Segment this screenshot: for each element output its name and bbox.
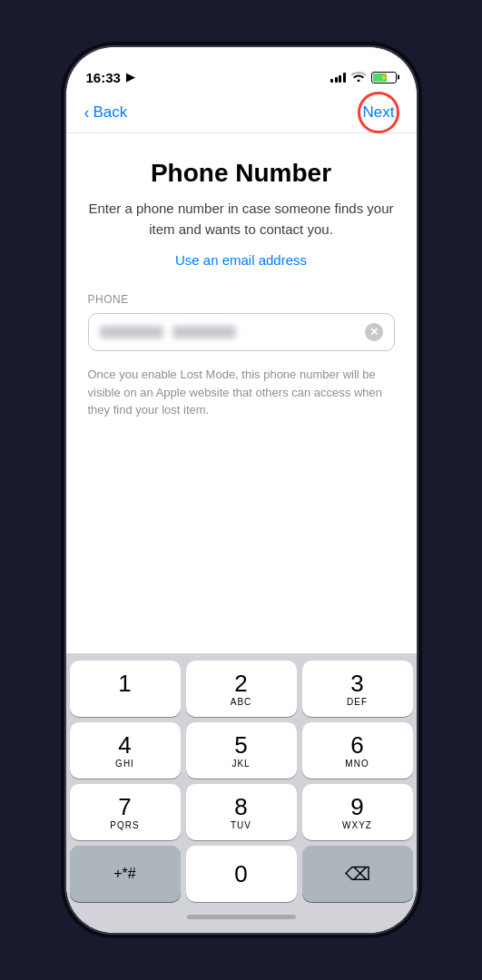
- content-spacer: [66, 437, 417, 654]
- wifi-icon: [351, 71, 366, 84]
- signal-bars-icon: [330, 72, 346, 83]
- battery-charging-icon: ⚡: [379, 74, 389, 82]
- next-button-wrapper: Next: [359, 102, 398, 123]
- helper-text: Once you enable Lost Mode, this phone nu…: [88, 366, 395, 419]
- home-indicator: [66, 906, 417, 933]
- key-5[interactable]: 5 JKL: [186, 722, 297, 779]
- key-0[interactable]: 0: [186, 846, 297, 902]
- keyboard-bottom-row: +*# 0 ⌫: [70, 846, 413, 902]
- use-email-link[interactable]: Use an email address: [88, 252, 395, 268]
- backspace-icon: ⌫: [345, 863, 370, 885]
- key-1[interactable]: 1: [70, 661, 181, 717]
- numeric-keyboard: 1 2 ABC 3 DEF 4 GHI: [66, 653, 417, 906]
- back-button[interactable]: ‹ Back: [84, 103, 128, 122]
- key-backspace[interactable]: ⌫: [302, 846, 413, 902]
- key-8[interactable]: 8 TUV: [186, 784, 297, 840]
- back-label: Back: [93, 103, 128, 122]
- status-bar: 16:33 ▶: [66, 47, 417, 94]
- nav-bar: ‹ Back Next: [66, 94, 417, 133]
- key-4[interactable]: 4 GHI: [70, 722, 181, 779]
- key-2[interactable]: 2 ABC: [186, 661, 297, 717]
- clear-icon: ✕: [369, 327, 379, 338]
- status-time: 16:33 ▶: [86, 70, 134, 85]
- page-subtitle: Enter a phone number in case someone fin…: [88, 199, 395, 240]
- key-special[interactable]: +*#: [70, 846, 181, 902]
- clear-input-button[interactable]: ✕: [365, 323, 383, 341]
- page-title: Phone Number: [88, 159, 395, 188]
- phone-field-label: PHONE: [88, 293, 395, 306]
- home-bar: [187, 915, 296, 919]
- key-special-label: +*#: [113, 866, 135, 882]
- next-button[interactable]: Next: [359, 102, 398, 123]
- key-9[interactable]: 9 WXYZ: [302, 784, 413, 840]
- form-area: Phone Number Enter a phone number in cas…: [66, 133, 417, 437]
- phone-input-field[interactable]: ✕: [88, 313, 395, 351]
- key-3[interactable]: 3 DEF: [302, 661, 413, 717]
- keyboard-grid: 1 2 ABC 3 DEF 4 GHI: [70, 661, 413, 840]
- back-chevron-icon: ‹: [84, 104, 90, 121]
- location-icon: ▶: [126, 71, 134, 83]
- battery-icon: ⚡: [371, 72, 397, 83]
- status-icons: ⚡: [330, 71, 397, 84]
- key-6[interactable]: 6 MNO: [302, 722, 413, 779]
- key-7[interactable]: 7 PQRS: [70, 784, 181, 840]
- main-content: Phone Number Enter a phone number in cas…: [66, 133, 417, 933]
- phone-value-blurred: [100, 326, 236, 338]
